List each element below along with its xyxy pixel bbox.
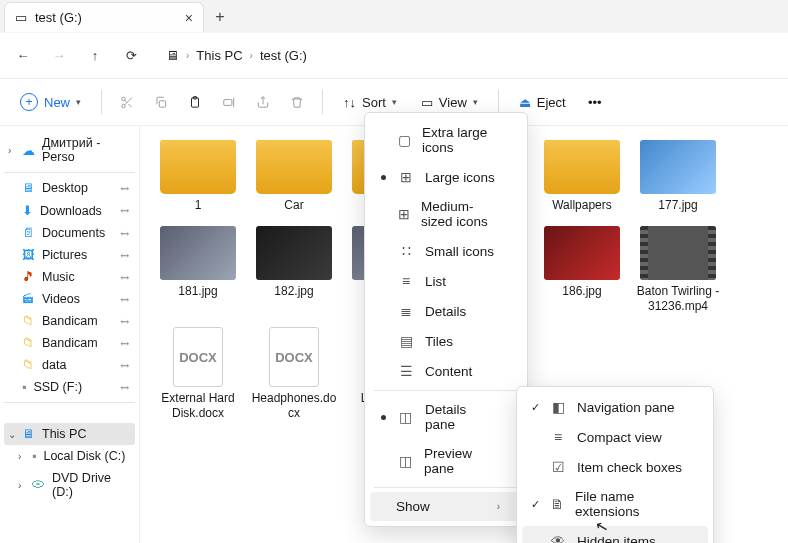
pin-icon: ⤢︎ bbox=[117, 313, 133, 329]
file-item[interactable]: 186.jpg bbox=[538, 226, 626, 313]
sidebar-quick-user[interactable]: › ☁︎ Дмитрий - Perso bbox=[4, 132, 135, 168]
forward-button[interactable]: → bbox=[48, 45, 70, 67]
cut-button[interactable] bbox=[112, 87, 142, 117]
folder-icon: 📁︎ bbox=[22, 336, 35, 350]
sidebar-dvd-drive[interactable]: › 💿︎ DVD Drive (D:) bbox=[4, 467, 135, 503]
desktop-icon: 🖥︎ bbox=[22, 181, 35, 195]
file-name: Wallpapers bbox=[552, 198, 612, 212]
menu-item-navigation-pane[interactable]: ✓◧︎Navigation pane bbox=[522, 392, 708, 422]
refresh-button[interactable]: ⟳ bbox=[120, 45, 142, 67]
sidebar-item-pictures[interactable]: 🖼︎Pictures⤢︎ bbox=[4, 244, 135, 266]
file-name: 177.jpg bbox=[658, 198, 697, 212]
breadcrumb[interactable]: 🖥︎ › This PC › test (G:) bbox=[166, 48, 307, 63]
chevron-right-icon[interactable]: › bbox=[8, 145, 11, 156]
list-icon: ≡︎ bbox=[398, 273, 414, 289]
delete-button[interactable] bbox=[282, 87, 312, 117]
video-icon: 🎬︎ bbox=[22, 292, 35, 306]
pane-r2-icon: ◫︎ bbox=[398, 453, 413, 469]
rename-button[interactable] bbox=[214, 87, 244, 117]
drive-icon: ▪︎ bbox=[32, 449, 36, 463]
more-button[interactable]: ••• bbox=[580, 87, 610, 117]
sidebar-item-documents[interactable]: 📄︎Documents⤢︎ bbox=[4, 222, 135, 244]
sidebar-local-disk[interactable]: › ▪︎ Local Disk (C:) bbox=[4, 445, 135, 467]
close-tab-icon[interactable]: × bbox=[185, 10, 193, 26]
svg-rect-5 bbox=[224, 99, 232, 105]
menu-item-compact-view[interactable]: ≡︎Compact view bbox=[522, 422, 708, 452]
paste-button[interactable] bbox=[180, 87, 210, 117]
sidebar-item-music[interactable]: 🎵︎Music⤢︎ bbox=[4, 266, 135, 288]
menu-item-item-check-boxes[interactable]: ☑︎Item check boxes bbox=[522, 452, 708, 482]
pc-icon: 🖥︎ bbox=[22, 427, 35, 441]
checkbox-icon: ☑︎ bbox=[550, 459, 566, 475]
image-thumbnail bbox=[160, 226, 236, 280]
folder-icon bbox=[160, 140, 236, 194]
new-button[interactable]: +New▾ bbox=[10, 87, 91, 117]
file-name: 181.jpg bbox=[178, 284, 217, 298]
menu-item-hidden-items[interactable]: 👁︎Hidden items bbox=[522, 526, 708, 543]
up-button[interactable]: ↑ bbox=[84, 45, 106, 67]
file-item[interactable]: 182.jpg bbox=[250, 226, 338, 313]
menu-item-large-icons[interactable]: ⊞︎Large icons bbox=[370, 162, 522, 192]
sidebar-item-downloads[interactable]: ⬇︎Downloads⤢︎ bbox=[4, 199, 135, 222]
onedrive-icon: ☁︎ bbox=[22, 143, 35, 158]
share-button[interactable] bbox=[248, 87, 278, 117]
window-tab[interactable]: ▭ test (G:) × bbox=[4, 2, 204, 32]
menu-item-extra-large-icons[interactable]: ▢︎Extra large icons bbox=[370, 118, 522, 162]
image-thumbnail bbox=[256, 226, 332, 280]
chevron-down-icon[interactable]: ⌄ bbox=[8, 429, 16, 440]
file-item[interactable]: 1 bbox=[154, 140, 242, 212]
eject-icon: ⏏︎ bbox=[519, 95, 531, 110]
sidebar-item-videos[interactable]: 🎬︎Videos⤢︎ bbox=[4, 288, 135, 310]
pin-icon: ⤢︎ bbox=[117, 180, 133, 196]
file-item[interactable]: Baton Twirling - 31236.mp4 bbox=[634, 226, 722, 313]
menu-item-file-name-extensions[interactable]: ✓🗎︎File name extensions bbox=[522, 482, 708, 526]
file-item[interactable]: Car bbox=[250, 140, 338, 212]
chevron-right-icon[interactable]: › bbox=[18, 451, 21, 462]
menu-item-tiles[interactable]: ▤︎Tiles bbox=[370, 326, 522, 356]
chevron-right-icon[interactable]: › bbox=[18, 480, 21, 491]
menu-item-preview-pane[interactable]: ◫︎Preview pane bbox=[370, 439, 522, 483]
file-item[interactable]: Wallpapers bbox=[538, 140, 626, 212]
tab-title: test (G:) bbox=[35, 10, 82, 25]
file-name: 182.jpg bbox=[274, 284, 313, 298]
bullet-icon bbox=[381, 415, 386, 420]
file-name: External Hard Disk.docx bbox=[154, 391, 242, 420]
menu-item-list[interactable]: ≡︎List bbox=[370, 266, 522, 296]
tab-bar: ▭ test (G:) × + bbox=[0, 0, 788, 32]
crumb-this-pc[interactable]: This PC bbox=[196, 48, 242, 63]
menu-item-content[interactable]: ☰︎Content bbox=[370, 356, 522, 386]
copy-button[interactable] bbox=[146, 87, 176, 117]
pin-icon: ⤢︎ bbox=[117, 225, 133, 241]
image-thumbnail bbox=[640, 140, 716, 194]
grid-icon: ⊞︎ bbox=[398, 169, 414, 185]
pc-icon: 🖥︎ bbox=[166, 48, 179, 63]
menu-item-details[interactable]: ≣︎Details bbox=[370, 296, 522, 326]
menu-item-small-icons[interactable]: ∷︎Small icons bbox=[370, 236, 522, 266]
pin-icon: ⤢︎ bbox=[117, 247, 133, 263]
file-item[interactable]: 181.jpg bbox=[154, 226, 242, 313]
sidebar-this-pc[interactable]: ⌄ 🖥︎ This PC bbox=[4, 423, 135, 445]
docx-icon: DOCX bbox=[269, 327, 319, 387]
menu-item-show[interactable]: Show › bbox=[370, 492, 522, 521]
sidebar-item-data[interactable]: 📁︎data⤢︎ bbox=[4, 354, 135, 376]
tiles-icon: ▤︎ bbox=[398, 333, 414, 349]
chevron-right-icon: › bbox=[497, 501, 500, 512]
menu-item-details-pane[interactable]: ◫︎Details pane bbox=[370, 395, 522, 439]
folder-icon bbox=[544, 140, 620, 194]
file-item[interactable]: 177.jpg bbox=[634, 140, 722, 212]
file-name: Headphones.docx bbox=[250, 391, 338, 420]
crumb-drive[interactable]: test (G:) bbox=[260, 48, 307, 63]
pin-icon: ⤢︎ bbox=[117, 335, 133, 351]
menu-item-medium-sized-icons[interactable]: ⊞︎Medium-sized icons bbox=[370, 192, 522, 236]
sidebar-item-desktop[interactable]: 🖥︎Desktop⤢︎ bbox=[4, 177, 135, 199]
sidebar-item-bandicam[interactable]: 📁︎Bandicam⤢︎ bbox=[4, 310, 135, 332]
drive-icon: ▭ bbox=[15, 10, 27, 25]
pane-r-icon: ◫︎ bbox=[398, 409, 414, 425]
back-button[interactable]: ← bbox=[12, 45, 34, 67]
new-tab-button[interactable]: + bbox=[204, 2, 236, 32]
file-item[interactable]: DOCXExternal Hard Disk.docx bbox=[154, 327, 242, 420]
sidebar-item-bandicam[interactable]: 📁︎Bandicam⤢︎ bbox=[4, 332, 135, 354]
sidebar-item-ssd-f-[interactable]: ▪︎SSD (F:)⤢︎ bbox=[4, 376, 135, 398]
file-item[interactable]: DOCXHeadphones.docx bbox=[250, 327, 338, 420]
pin-icon: ⤢︎ bbox=[117, 379, 133, 395]
